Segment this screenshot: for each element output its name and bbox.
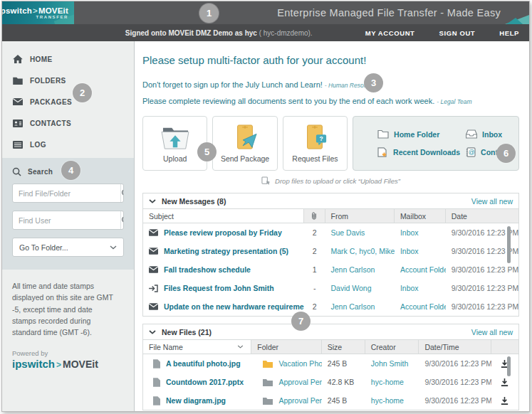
file-creator[interactable]: John Smith [371, 359, 409, 368]
message-from[interactable]: David Wong [331, 284, 372, 292]
home-folder-link[interactable]: Home Folder [377, 125, 461, 144]
file-folder[interactable]: Approval Pending [278, 378, 321, 386]
files-view-all-link[interactable]: View all new [471, 328, 513, 336]
request-files-label: Request Files [292, 154, 338, 163]
powered-product: MOVEit [63, 359, 98, 370]
my-account-link[interactable]: MY ACCOUNT [365, 29, 415, 37]
message-mailbox[interactable]: Inbox [400, 228, 419, 237]
sort-chevron-icon[interactable] [237, 345, 244, 349]
message-date: 9/30/2016 12:23 PM [452, 302, 518, 311]
message-attachment-count: - [304, 284, 325, 292]
col-subject[interactable]: Subject [143, 209, 304, 223]
files-scrollbar-thumb[interactable] [507, 356, 511, 376]
collapse-chevron-icon[interactable] [149, 330, 156, 334]
message-subject[interactable]: Update on the new hardware requirement [164, 302, 304, 311]
col-folder[interactable]: Folder [251, 340, 321, 354]
message-row[interactable]: Please review proposal by Friday 2 Sue D… [143, 223, 518, 242]
messages-scrollbar-thumb[interactable] [507, 226, 511, 263]
file-name[interactable]: Countdown 2017.pptx [166, 378, 244, 386]
file-row[interactable]: A beautiful photo.jpg Vacation Photos 24… [143, 354, 518, 373]
message-subject[interactable]: Marketing strategy presentation (5) [164, 247, 288, 255]
nav-label-folders: FOLDERS [30, 77, 66, 85]
upload-button[interactable]: Upload [142, 116, 207, 171]
quick-links-panel: Home Folder Inbox Recent Downloads @ Con… [353, 116, 519, 171]
message-row[interactable]: Marketing strategy presentation (5) 2 Ma… [143, 242, 518, 260]
files-rows: A beautiful photo.jpg Vacation Photos 24… [143, 354, 518, 410]
col-date[interactable]: Date [446, 209, 518, 223]
message-date: 9/30/2016 12:23 PM [452, 265, 518, 274]
message-from[interactable]: Mark C, hyc0, Mike C. [331, 247, 395, 255]
message-row[interactable]: Files Request from John Smith - David Wo… [143, 279, 518, 297]
message-row[interactable]: Fall tradeshow schedule 1 Jenn Carlson A… [143, 260, 518, 279]
find-file-search-button[interactable] [120, 184, 124, 202]
message-from[interactable]: Jenn Carlson [331, 302, 375, 311]
ipswitch-moveit-logo[interactable]: ipswitch>MOVEit TRANSFER [2, 1, 74, 24]
message-mailbox[interactable]: Inbox [400, 247, 419, 255]
message-mailbox[interactable]: Account Folder [400, 302, 446, 311]
col-mailbox[interactable]: Mailbox [395, 209, 446, 223]
message-subject[interactable]: Files Request from John Smith [164, 284, 274, 292]
sidebar-item-contacts[interactable]: CONTACTS [2, 112, 134, 134]
download-button[interactable] [491, 396, 518, 405]
recent-downloads-link[interactable]: Recent Downloads [377, 144, 461, 162]
find-file-input[interactable] [13, 184, 120, 202]
session-bar: Signed onto MOVEit DMZ Demo as hyc ( hyc… [2, 24, 529, 41]
file-folder[interactable]: Approval Pending [278, 396, 321, 405]
goto-folder-value: Go To Folder... [19, 243, 110, 252]
goto-folder-select[interactable]: Go To Folder... [12, 238, 124, 257]
file-creator[interactable]: hyc-home [371, 378, 404, 386]
col-datetime[interactable]: Date/Time [419, 340, 491, 354]
powered-chevron: > [56, 360, 61, 370]
sidebar-item-packages[interactable]: PACKAGES [2, 91, 134, 112]
message-mailbox[interactable]: Account Folder [400, 265, 446, 274]
sidebar-item-log[interactable]: LOG [2, 134, 134, 155]
message-from[interactable]: Sue Davis [331, 228, 365, 237]
help-link[interactable]: HELP [499, 29, 519, 37]
file-row[interactable]: New diagram.jpg Approval Pending 245 B h… [143, 391, 518, 410]
message-from[interactable]: Jenn Carlson [331, 265, 375, 274]
message-subject[interactable]: Please review proposal by Friday [164, 228, 282, 237]
request-files-icon: ? [300, 124, 330, 150]
messages-view-all-link[interactable]: View all new [471, 197, 513, 206]
nav-label-log: LOG [30, 141, 46, 149]
col-from[interactable]: From [325, 209, 395, 223]
logo-subtitle: TRANSFER [36, 15, 68, 19]
messages-table-header: Subject From Mailbox Date [143, 208, 518, 223]
file-datetime: 9/30/2016 12:23 PM [425, 378, 491, 386]
signed-on-org: ( hyc-dmzdemo). [257, 29, 313, 37]
request-files-button[interactable]: ? Request Files [283, 116, 348, 171]
message-row[interactable]: Update on the new hardware requirement 2… [143, 297, 518, 316]
col-size[interactable]: Size [322, 340, 365, 354]
file-name[interactable]: A beautiful photo.jpg [166, 359, 241, 368]
download-button[interactable] [491, 378, 518, 387]
file-name[interactable]: New diagram.jpg [166, 396, 226, 405]
file-creator[interactable]: hyc-home [371, 396, 404, 405]
annotation-badge-7: 7 [291, 312, 311, 331]
file-folder[interactable]: Vacation Photos [278, 359, 321, 368]
download-button[interactable] [491, 359, 518, 368]
col-creator[interactable]: Creator [365, 340, 419, 354]
download-icon [500, 396, 509, 405]
find-user-search-button[interactable] [120, 211, 124, 229]
file-datetime: 9/30/2016 12:23 PM [425, 359, 491, 368]
sidebar-item-home[interactable]: HOME [2, 48, 134, 70]
col-file-name[interactable]: File Name [143, 340, 251, 354]
chevron-down-icon [110, 245, 117, 250]
announcement-text: Don't forget to sign up for the July Lun… [142, 80, 323, 89]
collapse-chevron-icon[interactable] [149, 199, 156, 203]
send-package-button[interactable]: Send Package [212, 116, 277, 171]
col-file-name-label: File Name [149, 343, 183, 351]
powered-by-logo: ipswitch>MOVEit [12, 358, 124, 371]
timezone-note: All time and date stamps displayed on th… [2, 270, 127, 338]
sign-out-link[interactable]: SIGN OUT [439, 29, 476, 37]
search-icon [121, 216, 124, 225]
file-row[interactable]: Countdown 2017.pptx Approval Pending 42.… [143, 373, 518, 391]
message-mailbox[interactable]: Inbox [400, 284, 419, 292]
message-subject[interactable]: Fall tradeshow schedule [164, 265, 251, 274]
inbox-link[interactable]: Inbox [466, 125, 513, 144]
sidebar-item-folders[interactable]: FOLDERS [2, 70, 134, 91]
paperclip-icon [311, 211, 318, 221]
col-attachments[interactable] [304, 209, 325, 223]
find-user-input[interactable] [13, 211, 120, 229]
svg-text:?: ? [320, 135, 323, 142]
